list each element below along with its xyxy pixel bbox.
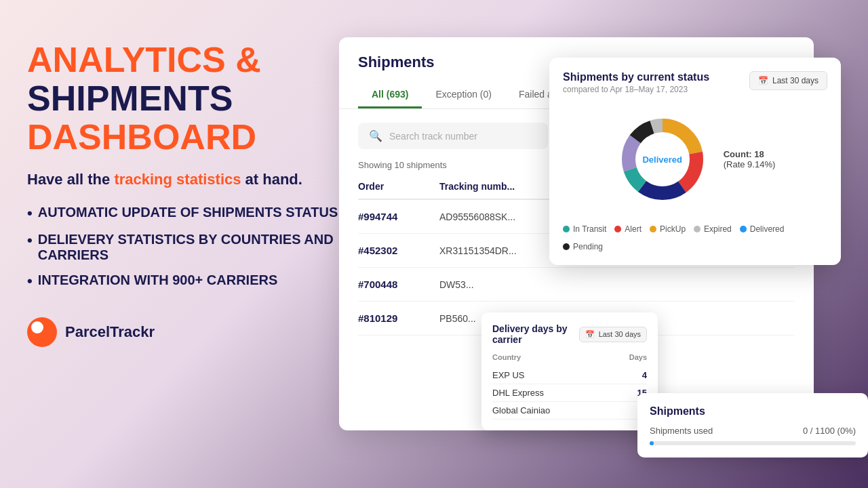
legend-dot-alert [614,226,621,232]
donut-chart: Delivered [615,112,710,207]
legend-label-alert: Alert [625,224,642,234]
donut-center-label: Delivered [642,155,682,165]
legend-label-pickup: PickUp [660,224,686,234]
legend-item: Alert [614,224,642,234]
popup-title-group: Shipments by current status compared to … [563,71,709,94]
legend-label-pending: Pending [573,242,603,251]
subheadline-orange: tracking statistics [114,171,241,188]
search-bar[interactable]: 🔍 Search track number [358,123,548,149]
headline: ANALYTICS & SHIPMENTS DASHBOARD [27,41,339,157]
legend-item: Pending [563,242,603,251]
search-icon: 🔍 [369,129,382,142]
chart-tooltip: Count: 18 (Rate 9.14%) [724,149,776,169]
legend-dot-transit [563,226,570,232]
delivery-popup-title: Delivery days by carrier [492,323,579,345]
shipments-used-value: 0 / 1100 (0%) [803,426,856,436]
legend-dot-pending [563,243,570,250]
legend-item: Expired [694,224,732,234]
status-chart-popup: Shipments by current status compared to … [549,58,841,265]
order-number: #452302 [358,245,439,256]
legend-item: Delivered [740,224,785,234]
legend-dot-expired [694,226,701,232]
col-country-header: Country [492,353,521,361]
headline-line2: SHIPMENTS [27,79,233,118]
shipments-used-popup: Shipments Shipments used 0 / 1100 (0%) [637,393,868,458]
subheadline: Have all the tracking statistics at hand… [27,171,339,188]
popup-subtitle: compared to Apr 18–May 17, 2023 [563,85,709,94]
carrier-name: DHL Express [492,388,544,398]
legend-item: In Transit [563,224,606,234]
calendar-icon: 📅 [758,76,768,85]
shipments-used-bar [650,441,856,445]
carrier-name: EXP US [492,370,524,380]
date-btn-label: Last 30 days [772,76,818,85]
legend-dot-delivered [740,226,747,232]
popup-title: Shipments by current status [563,71,709,83]
legend-area: In Transit Alert PickUp Expired Delivere… [563,224,827,251]
brand-logo [27,317,57,347]
tooltip-rate: (Rate 9.14%) [724,159,776,169]
headline-line1: ANALYTICS & [27,40,261,79]
headline-line3: DASHBOARD [27,117,256,157]
order-number: #994744 [358,211,439,222]
delivery-date-btn[interactable]: 📅 Last 30 days [579,327,647,342]
legend-item: PickUp [650,224,686,234]
col-days-header: Days [629,353,647,361]
col-order: Order [358,181,439,192]
popup-header: Shipments by current status compared to … [563,71,827,94]
subheadline-end: at hand. [241,171,302,188]
feature-list: AUTOMATIC UPDATE OF SHIPMENTS STATUS DEL… [27,205,339,290]
carrier-name: Global Cainiao [492,405,550,415]
delivery-table-header: Country Days [492,353,647,361]
legend-dot-pickup [650,226,656,232]
bullet-3: INTEGRATION WITH 900+ CARRIERS [27,272,339,290]
bullet-2: DELIEVERY STATISTICS BY COUNTRIES AND CA… [27,232,339,263]
order-number: #810129 [358,312,439,324]
legend-label-delivered: Delivered [750,224,785,234]
legend-label-transit: In Transit [573,224,606,234]
search-placeholder: Search track number [389,131,477,142]
delivery-row: Global Cainiao 11 [492,402,647,420]
order-number: #700448 [358,279,439,290]
delivery-row: DHL Express 15 [492,384,647,402]
date-filter-btn[interactable]: 📅 Last 30 days [749,71,827,90]
delivery-popup-header: Delivery days by carrier 📅 Last 30 days [492,323,647,345]
brand-name: ParcelTrackr [65,323,155,341]
shipments-used-title: Shipments [650,405,856,418]
chart-area: Delivered Count: 18 (Rate 9.14%) [563,105,827,214]
bullet-1: AUTOMATIC UPDATE OF SHIPMENTS STATUS [27,205,339,222]
tab-exception[interactable]: Exception (0) [422,82,505,108]
shipments-used-bar-fill [650,441,654,445]
table-row: #700448 DW53... [358,268,795,302]
tab-all[interactable]: All (693) [358,82,422,108]
dashboard-area: Shipments All (693) Exception (0) Failed… [339,37,868,471]
shipments-used-label: Shipments used [650,426,713,436]
brand: ParcelTrackr [27,317,339,347]
shipments-used-row: Shipments used 0 / 1100 (0%) [650,426,856,436]
legend-label-expired: Expired [704,224,732,234]
calendar-icon-2: 📅 [585,330,595,339]
delivery-date-label: Last 30 days [599,330,641,338]
subheadline-plain: Have all the [27,171,114,188]
carrier-days: 4 [642,370,647,380]
delivery-days-popup: Delivery days by carrier 📅 Last 30 days … [481,312,658,430]
tracking-number: DW53... [439,279,575,290]
left-panel: ANALYTICS & SHIPMENTS DASHBOARD Have all… [27,41,339,347]
delivery-table: Country Days EXP US 4 DHL Express 15 Glo… [492,353,647,420]
delivery-row: EXP US 4 [492,367,647,384]
tooltip-count: Count: 18 [724,149,776,159]
